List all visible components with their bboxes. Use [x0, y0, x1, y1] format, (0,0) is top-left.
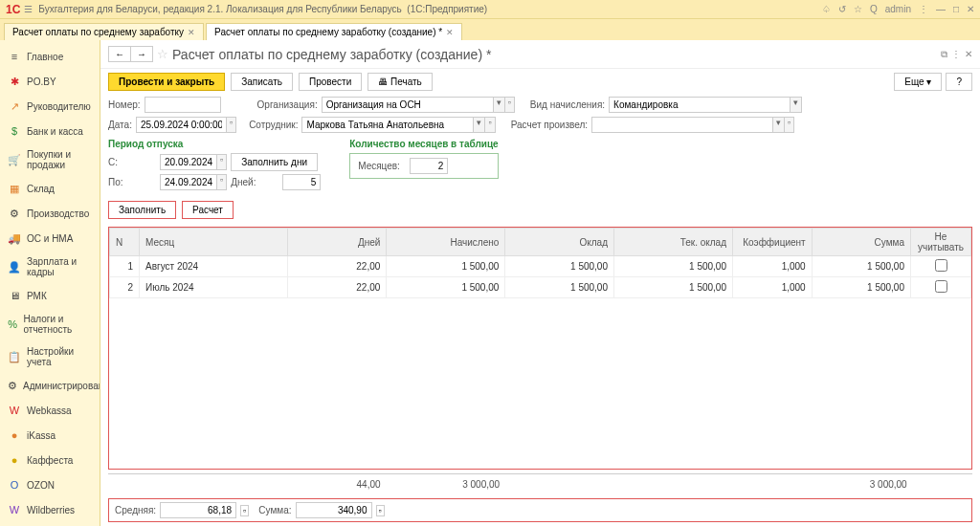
star-icon[interactable]: ☆: [854, 4, 862, 14]
kind-field[interactable]: ▾: [609, 97, 802, 113]
fill-days-button[interactable]: Заполнить дни: [231, 153, 318, 171]
to-input[interactable]: [160, 174, 217, 190]
close-icon[interactable]: ✕: [967, 4, 974, 14]
totals-row: 44,00 3 000,00 3 000,00: [108, 473, 972, 494]
from-label: С:: [108, 157, 156, 167]
col-days[interactable]: Дней: [288, 229, 387, 256]
avg-input[interactable]: [160, 502, 236, 518]
page-title: Расчет оплаты по среднему заработку (соз…: [172, 47, 491, 62]
from-input[interactable]: [160, 154, 217, 170]
link-icon[interactable]: ⧉: [941, 49, 947, 60]
calendar-icon[interactable]: ▫: [217, 154, 227, 170]
open-icon[interactable]: ▫: [485, 117, 495, 133]
favorite-icon[interactable]: ☆: [157, 47, 168, 61]
col-month[interactable]: Месяц: [140, 229, 288, 256]
col-accrued[interactable]: Начислено: [387, 229, 505, 256]
col-sum[interactable]: Сумма: [812, 229, 910, 256]
col-n[interactable]: N: [110, 229, 140, 256]
calculator-icon[interactable]: ▫: [240, 505, 249, 516]
post-close-button[interactable]: Провести и закрыть: [108, 73, 225, 91]
date-field[interactable]: ▫: [136, 117, 236, 133]
sidebar-item-11[interactable]: 📋Настройки учета: [0, 340, 100, 373]
more-button[interactable]: Еще ▾: [894, 73, 942, 91]
calendar-icon[interactable]: ▫: [227, 117, 236, 133]
sidebar-label: Настройки учета: [27, 346, 92, 367]
maximize-icon[interactable]: □: [953, 4, 959, 14]
minimize-icon[interactable]: —: [936, 4, 946, 14]
dropdown-icon[interactable]: ▾: [791, 97, 802, 113]
tab-0[interactable]: Расчет оплаты по среднему заработку ✕: [4, 23, 204, 40]
exclude-checkbox[interactable]: [935, 259, 947, 272]
table-row[interactable]: 2Июль 202422,001 500,001 500,001 500,001…: [110, 277, 971, 298]
number-input[interactable]: [145, 97, 221, 113]
sidebar-item-14[interactable]: ●iKassa: [0, 423, 100, 448]
col-exclude[interactable]: Не учитывать: [911, 229, 971, 256]
help-button[interactable]: ?: [946, 73, 972, 91]
sidebar-icon: ⚙: [8, 379, 17, 392]
close-panel-icon[interactable]: ✕: [965, 49, 972, 60]
dropdown-icon[interactable]: ▾: [474, 117, 485, 133]
table-row[interactable]: 1Август 202422,001 500,001 500,001 500,0…: [110, 256, 971, 277]
back-button[interactable]: ←: [109, 47, 131, 61]
sidebar-item-3[interactable]: $Банк и касса: [0, 119, 100, 143]
org-label: Организация:: [257, 99, 318, 110]
tab-close-icon[interactable]: ✕: [446, 28, 454, 37]
exclude-checkbox[interactable]: [935, 280, 947, 293]
sidebar-item-9[interactable]: 🖥РМК: [0, 283, 100, 308]
sidebar-label: Администрирование: [23, 381, 100, 391]
sidebar-item-16[interactable]: OOZON: [0, 472, 100, 497]
sidebar-item-12[interactable]: ⚙Администрирование: [0, 373, 100, 398]
open-icon[interactable]: ▫: [505, 97, 515, 113]
number-label: Номер:: [108, 99, 141, 110]
sidebar-item-10[interactable]: %Налоги и отчетность: [0, 308, 100, 340]
forward-button[interactable]: →: [131, 47, 152, 61]
days-input[interactable]: [282, 174, 321, 190]
nav-buttons: ← →: [108, 46, 153, 62]
open-icon[interactable]: ▫: [785, 117, 794, 133]
sidebar-label: PO.BY: [27, 77, 56, 87]
total-days: 44,00: [287, 477, 387, 492]
user-label[interactable]: admin: [885, 4, 911, 14]
org-field[interactable]: ▾ ▫: [322, 97, 515, 113]
sidebar-label: Склад: [27, 184, 55, 194]
calendar-icon[interactable]: ▫: [217, 174, 227, 190]
sidebar-item-1[interactable]: ✱PO.BY: [0, 69, 100, 94]
sidebar-label: Каффеста: [27, 455, 73, 466]
period-title: Период отпуска: [108, 139, 321, 149]
sidebar-item-2[interactable]: ↗Руководителю: [0, 94, 100, 119]
col-salary[interactable]: Оклад: [505, 229, 614, 256]
menu-icon[interactable]: ☰: [24, 4, 33, 14]
sidebar-item-4[interactable]: 🛒Покупки и продажи: [0, 143, 100, 176]
sidebar-item-15[interactable]: ●Каффеста: [0, 448, 100, 472]
months-count: Количество месяцев в таблице Месяцев:: [349, 139, 498, 193]
sidebar-item-6[interactable]: ⚙Производство: [0, 201, 100, 226]
sidebar-item-8[interactable]: 👤Зарплата и кадры: [0, 251, 100, 283]
dropdown-icon[interactable]: ▾: [494, 97, 505, 113]
col-cur-salary[interactable]: Тек. оклад: [614, 229, 733, 256]
bell-icon[interactable]: ♤: [822, 4, 831, 14]
col-coef[interactable]: Коэффициент: [733, 229, 813, 256]
sidebar-item-7[interactable]: 🚚ОС и НМА: [0, 226, 100, 251]
history-icon[interactable]: ↺: [838, 4, 846, 14]
post-button[interactable]: Провести: [299, 73, 362, 91]
dropdown-icon[interactable]: ▾: [773, 117, 785, 133]
sidebar-icon: $: [8, 124, 21, 138]
calculator-icon[interactable]: ▫: [376, 505, 385, 516]
sidebar-icon: ⚙: [8, 207, 21, 220]
months-input[interactable]: [410, 158, 448, 174]
fill-button[interactable]: Заполнить: [108, 201, 176, 219]
print-button[interactable]: 🖶 Печать: [368, 73, 433, 91]
calc-done-field[interactable]: ▾ ▫: [591, 117, 794, 133]
write-button[interactable]: Записать: [231, 73, 293, 91]
search-icon[interactable]: Q: [870, 4, 878, 14]
tab-close-icon[interactable]: ✕: [188, 28, 195, 37]
calc-button[interactable]: Расчет: [182, 201, 234, 219]
more-icon[interactable]: ⋮: [951, 49, 961, 60]
sidebar-item-0[interactable]: ≡Главное: [0, 44, 100, 69]
tab-1[interactable]: Расчет оплаты по среднему заработку (соз…: [206, 23, 462, 40]
sidebar-item-13[interactable]: WWebkassa: [0, 398, 100, 423]
employee-field[interactable]: ▾ ▫: [301, 117, 495, 133]
sidebar-item-5[interactable]: ▦Склад: [0, 176, 100, 201]
sidebar-item-17[interactable]: WWildberries: [0, 497, 100, 522]
sum-input[interactable]: [296, 502, 372, 518]
